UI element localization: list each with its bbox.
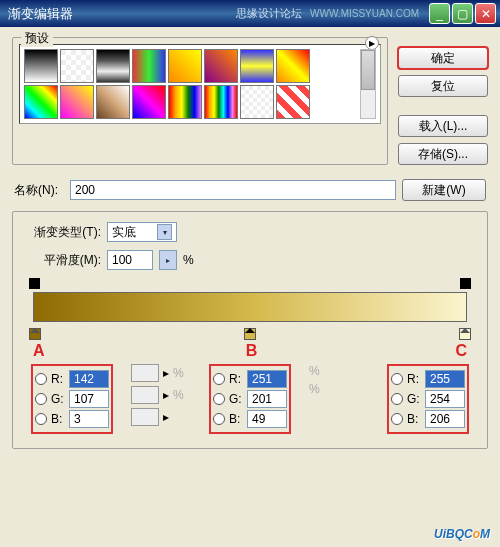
radio-r-c[interactable]	[391, 373, 403, 385]
marker-c: C	[455, 342, 467, 360]
presets-menu-icon[interactable]: ▶	[365, 36, 379, 50]
color-stop-c[interactable]	[459, 328, 471, 340]
minimize-button[interactable]: _	[429, 3, 450, 24]
color-swatch-mid1[interactable]	[131, 364, 159, 382]
opacity-stop-left[interactable]	[29, 278, 40, 289]
smoothness-unit: %	[183, 253, 194, 267]
opacity-stop-right[interactable]	[460, 278, 471, 289]
preset-swatch-grid	[24, 49, 334, 119]
preset-swatch[interactable]	[240, 49, 274, 83]
presets-panel: 预设 ▶	[12, 37, 388, 165]
preset-swatch[interactable]	[204, 49, 238, 83]
preset-swatch[interactable]	[96, 85, 130, 119]
smoothness-input[interactable]: 100	[107, 250, 153, 270]
b-value-a[interactable]: 3	[69, 410, 109, 428]
rgb-group-c: R:255 G:254 B:206	[387, 364, 469, 434]
g-value-a[interactable]: 107	[69, 390, 109, 408]
gradient-preview[interactable]	[33, 292, 467, 322]
window-title: 渐变编辑器	[4, 5, 73, 23]
radio-r-a[interactable]	[35, 373, 47, 385]
watermark: UiBQCoM	[434, 520, 490, 543]
preset-swatch[interactable]	[96, 49, 130, 83]
brand-text: 思缘设计论坛	[236, 6, 302, 21]
slider-arrow-icon: ▸	[163, 366, 169, 380]
preset-swatch[interactable]	[168, 49, 202, 83]
radio-b-a[interactable]	[35, 413, 47, 425]
preset-swatch[interactable]	[60, 85, 94, 119]
radio-b-b[interactable]	[213, 413, 225, 425]
preset-swatch[interactable]	[276, 49, 310, 83]
maximize-button[interactable]: ▢	[452, 3, 473, 24]
preset-swatch[interactable]	[24, 85, 58, 119]
smoothness-label: 平滑度(M):	[23, 252, 101, 269]
preset-swatch[interactable]	[240, 85, 274, 119]
name-input[interactable]	[70, 180, 396, 200]
color-stop-a[interactable]	[29, 328, 41, 340]
preset-swatch[interactable]	[276, 85, 310, 119]
close-button[interactable]: ✕	[475, 3, 496, 24]
preset-swatch[interactable]	[204, 85, 238, 119]
new-button[interactable]: 新建(W)	[402, 179, 486, 201]
preset-swatch[interactable]	[60, 49, 94, 83]
g-value-c[interactable]: 254	[425, 390, 465, 408]
reset-button[interactable]: 复位	[398, 75, 488, 97]
b-value-c[interactable]: 206	[425, 410, 465, 428]
titlebar: 渐变编辑器 思缘设计论坛 WWW.MISSYUAN.COM _ ▢ ✕	[0, 0, 500, 27]
radio-g-a[interactable]	[35, 393, 47, 405]
radio-g-b[interactable]	[213, 393, 225, 405]
load-button[interactable]: 载入(L)...	[398, 115, 488, 137]
r-value-c[interactable]: 255	[425, 370, 465, 388]
preset-swatch[interactable]	[24, 49, 58, 83]
color-swatch-mid2[interactable]	[131, 386, 159, 404]
rgb-group-b: R:251 G:201 B:49	[209, 364, 291, 434]
rgb-group-a: R:142 G:107 B:3	[31, 364, 113, 434]
ok-button[interactable]: 确定	[398, 47, 488, 69]
color-swatch-mid3[interactable]	[131, 408, 159, 426]
name-label: 名称(N):	[14, 182, 64, 199]
b-value-b[interactable]: 49	[247, 410, 287, 428]
slider-arrow-icon: ▸	[163, 410, 169, 424]
radio-b-c[interactable]	[391, 413, 403, 425]
preset-swatch[interactable]	[132, 85, 166, 119]
r-value-a[interactable]: 142	[69, 370, 109, 388]
slider-arrow-icon: ▸	[163, 388, 169, 402]
preset-swatch[interactable]	[132, 49, 166, 83]
gradient-type-label: 渐变类型(T):	[23, 224, 101, 241]
presets-legend: 预设	[21, 30, 53, 47]
smoothness-slider-button[interactable]: ▸	[159, 250, 177, 270]
marker-b: B	[246, 342, 258, 360]
color-stop-b[interactable]	[244, 328, 256, 340]
marker-a: A	[33, 342, 45, 360]
chevron-down-icon: ▾	[157, 224, 172, 240]
preset-scrollbar[interactable]	[360, 49, 376, 119]
radio-r-b[interactable]	[213, 373, 225, 385]
gradient-type-select[interactable]: 实底 ▾	[107, 222, 177, 242]
gradient-panel: 渐变类型(T): 实底 ▾ 平滑度(M): 100 ▸ %	[12, 211, 488, 449]
g-value-b[interactable]: 201	[247, 390, 287, 408]
brand-url: WWW.MISSYUAN.COM	[310, 8, 419, 19]
gradient-type-value: 实底	[112, 224, 136, 241]
r-value-b[interactable]: 251	[247, 370, 287, 388]
preset-swatch[interactable]	[168, 85, 202, 119]
save-button[interactable]: 存储(S)...	[398, 143, 488, 165]
radio-g-c[interactable]	[391, 393, 403, 405]
